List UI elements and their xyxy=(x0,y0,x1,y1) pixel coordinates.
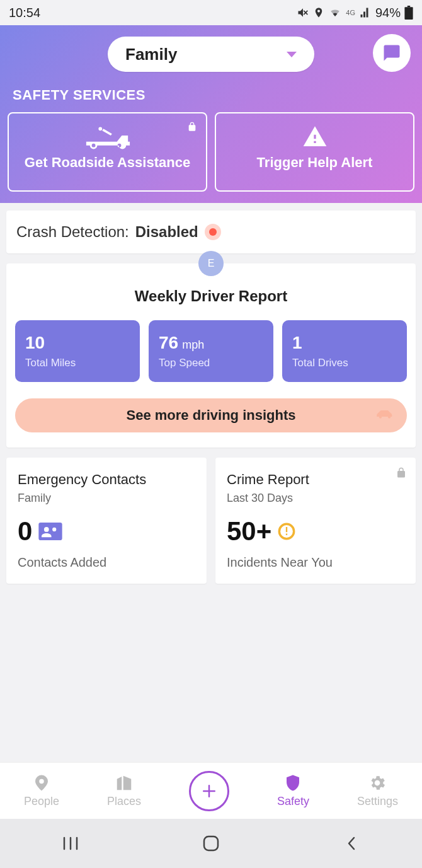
tab-label: Settings xyxy=(357,795,398,808)
svg-rect-9 xyxy=(204,836,218,850)
network-type: 4G xyxy=(346,9,355,16)
speed-value: 76 xyxy=(159,333,178,353)
battery-icon xyxy=(404,6,413,20)
tab-label: Safety xyxy=(277,795,309,808)
help-alert-label: Trigger Help Alert xyxy=(257,154,373,172)
android-nav-bar xyxy=(0,819,422,868)
tab-settings[interactable]: Settings xyxy=(357,773,398,808)
miles-label: Total Miles xyxy=(25,357,130,369)
report-title: Weekly Driver Report xyxy=(15,287,407,305)
contacts-title: Emergency Contacts xyxy=(18,472,195,488)
svg-rect-0 xyxy=(404,7,413,20)
miles-value: 10 xyxy=(25,333,45,353)
crime-sub: Last 30 Days xyxy=(227,492,404,505)
chevron-down-icon xyxy=(287,52,297,57)
contact-card-icon xyxy=(38,523,62,540)
stat-total-miles[interactable]: 10 Total Miles xyxy=(15,320,140,382)
car-icon xyxy=(374,407,396,424)
crash-label: Crash Detection: xyxy=(16,223,129,241)
add-button[interactable] xyxy=(189,771,229,811)
home-button[interactable] xyxy=(198,831,224,856)
svg-point-5 xyxy=(44,527,49,532)
weekly-driver-report-card: E Weekly Driver Report 10 Total Miles 76… xyxy=(6,263,416,448)
roadside-assistance-card[interactable]: Get Roadside Assistance xyxy=(8,112,207,192)
crash-detection-card[interactable]: Crash Detection: Disabled xyxy=(6,211,416,253)
shield-icon xyxy=(283,773,302,792)
tab-places[interactable]: Places xyxy=(107,773,141,808)
tab-people[interactable]: People xyxy=(24,773,59,808)
plus-icon xyxy=(200,782,219,801)
circle-name: Family xyxy=(125,45,177,64)
gear-icon xyxy=(368,773,387,792)
battery-text: 94% xyxy=(375,6,401,20)
alert-triangle-icon xyxy=(300,124,329,149)
speed-unit: mph xyxy=(182,339,204,352)
wifi-icon xyxy=(328,7,342,18)
android-status-bar: 10:54 4G 94% xyxy=(0,0,422,25)
drives-value: 1 xyxy=(292,333,302,353)
circle-selector[interactable]: Family xyxy=(108,37,314,72)
chat-icon xyxy=(382,43,401,62)
crime-title: Crime Report xyxy=(227,472,404,488)
back-button[interactable] xyxy=(339,831,364,856)
svg-rect-4 xyxy=(39,523,62,540)
emergency-contacts-card[interactable]: Emergency Contacts Family 0 Contacts Add… xyxy=(6,458,207,584)
status-indicator-icon xyxy=(205,224,221,240)
crime-count: 50+ xyxy=(227,516,271,547)
section-title: SAFETY SERVICES xyxy=(8,83,414,112)
contacts-foot: Contacts Added xyxy=(18,555,195,570)
location-icon xyxy=(313,7,324,18)
drives-label: Total Drives xyxy=(292,357,397,369)
building-icon xyxy=(115,773,134,792)
driving-insights-button[interactable]: See more driving insights xyxy=(15,398,407,432)
people-pin-icon xyxy=(32,773,51,792)
insights-label: See more driving insights xyxy=(127,407,296,424)
crime-report-card[interactable]: Crime Report Last 30 Days 50+ Incidents … xyxy=(215,458,416,584)
tow-truck-icon xyxy=(83,124,132,149)
driver-avatar[interactable]: E xyxy=(198,251,224,276)
contacts-count: 0 xyxy=(18,516,32,547)
warning-circle-icon xyxy=(278,523,295,540)
help-alert-card[interactable]: Trigger Help Alert xyxy=(215,112,414,192)
crime-foot: Incidents Near You xyxy=(227,555,404,570)
svg-point-3 xyxy=(388,416,391,419)
lock-icon xyxy=(187,121,197,135)
status-icons: 4G 94% xyxy=(297,6,413,20)
lock-icon xyxy=(396,466,407,482)
tab-label: Places xyxy=(107,795,141,808)
speed-label: Top Speed xyxy=(159,357,263,369)
recents-button[interactable] xyxy=(58,831,83,856)
signal-icon xyxy=(359,7,372,18)
stat-total-drives[interactable]: 1 Total Drives xyxy=(282,320,407,382)
svg-rect-1 xyxy=(408,6,410,7)
roadside-label: Get Roadside Assistance xyxy=(25,154,190,172)
tab-label: People xyxy=(24,795,59,808)
contacts-sub: Family xyxy=(18,492,195,505)
safety-hero: Family SAFETY SERVICES Get Roadside Assi… xyxy=(0,25,422,203)
svg-rect-8 xyxy=(286,534,287,535)
chat-button[interactable] xyxy=(373,34,411,72)
crash-status: Disabled xyxy=(135,223,198,241)
bottom-tabbar: People Places Safety Settings xyxy=(0,762,422,819)
tab-safety[interactable]: Safety xyxy=(277,773,309,808)
svg-point-2 xyxy=(379,416,382,419)
status-time: 10:54 xyxy=(9,6,40,20)
stat-top-speed[interactable]: 76mph Top Speed xyxy=(149,320,273,382)
svg-rect-7 xyxy=(286,527,287,532)
mute-icon xyxy=(297,6,309,19)
